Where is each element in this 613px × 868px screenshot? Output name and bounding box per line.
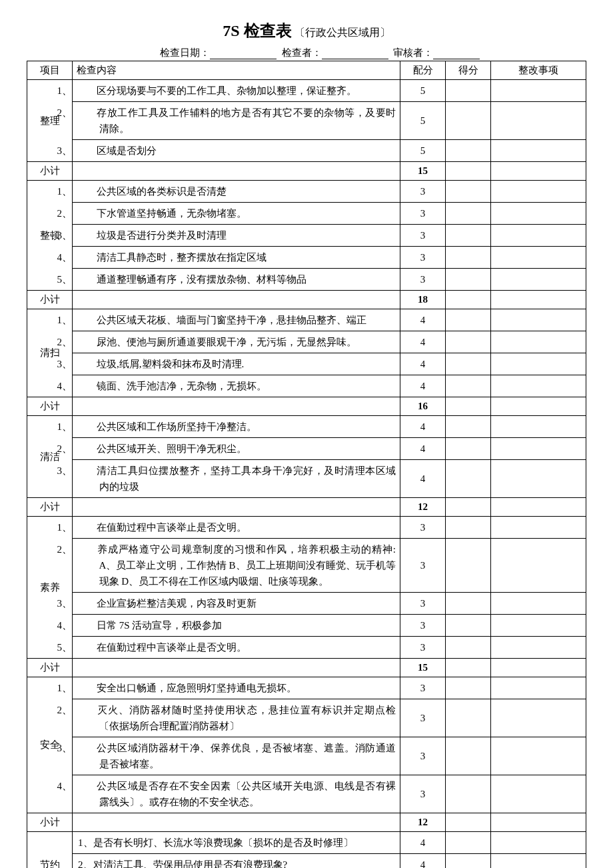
item-got[interactable] bbox=[446, 460, 491, 498]
item-fix[interactable] bbox=[491, 539, 586, 593]
subtotal-fix[interactable] bbox=[491, 162, 586, 181]
item-score: 3 bbox=[400, 637, 446, 659]
item-fix[interactable] bbox=[491, 80, 586, 102]
item-content: 2、尿池、便池与厕所通道要眼观干净，无污垢，无显然异味。 bbox=[73, 331, 400, 353]
item-got[interactable] bbox=[446, 438, 491, 460]
item-fix[interactable] bbox=[491, 775, 586, 813]
item-got[interactable] bbox=[446, 637, 491, 659]
item-got[interactable] bbox=[446, 699, 491, 737]
item-got[interactable] bbox=[446, 80, 491, 102]
subtotal-fix[interactable] bbox=[491, 397, 586, 416]
section-name: 素养 bbox=[27, 517, 73, 659]
subtotal-got[interactable] bbox=[446, 498, 491, 517]
item-got[interactable] bbox=[446, 203, 491, 225]
item-score: 5 bbox=[400, 102, 446, 140]
subtotal-row: 小计15 bbox=[27, 659, 586, 677]
item-got[interactable] bbox=[446, 593, 491, 615]
subtotal-fix[interactable] bbox=[491, 291, 586, 309]
item-got[interactable] bbox=[446, 309, 491, 331]
item-content: 1、安全出口畅通，应急照明灯坚持通电无损坏。 bbox=[73, 677, 400, 699]
item-got[interactable] bbox=[446, 416, 491, 438]
item-got[interactable] bbox=[446, 375, 491, 397]
subtotal-got[interactable] bbox=[446, 397, 491, 416]
subtotal-fix[interactable] bbox=[491, 659, 586, 677]
item-got[interactable] bbox=[446, 775, 491, 813]
item-fix[interactable] bbox=[491, 517, 586, 539]
table-row: 4、清洁工具静态时，整齐摆放在指定区域3 bbox=[27, 247, 586, 269]
item-score: 3 bbox=[400, 181, 446, 203]
item-content: 3、企业宣扬栏整洁美观，内容及时更新 bbox=[73, 593, 400, 615]
item-fix[interactable] bbox=[491, 353, 586, 375]
subtotal-got[interactable] bbox=[446, 813, 491, 832]
item-content: 5、通道整理畅通有序，没有摆放杂物、材料等物品 bbox=[73, 269, 400, 291]
item-fix[interactable] bbox=[491, 203, 586, 225]
item-fix[interactable] bbox=[491, 102, 586, 140]
item-content: 4、镜面、洗手池洁净，无杂物，无损坏。 bbox=[73, 375, 400, 397]
item-fix[interactable] bbox=[491, 737, 586, 775]
item-fix[interactable] bbox=[491, 269, 586, 291]
item-fix[interactable] bbox=[491, 854, 586, 869]
item-fix[interactable] bbox=[491, 460, 586, 498]
item-content: 3、区域是否划分 bbox=[73, 140, 400, 162]
item-fix[interactable] bbox=[491, 140, 586, 162]
item-got[interactable] bbox=[446, 331, 491, 353]
subtotal-got[interactable] bbox=[446, 291, 491, 309]
table-row: 4、日常 7S 活动宣导，积极参加3 bbox=[27, 615, 586, 637]
item-fix[interactable] bbox=[491, 416, 586, 438]
item-fix[interactable] bbox=[491, 181, 586, 203]
item-score: 4 bbox=[400, 416, 446, 438]
subtotal-content bbox=[73, 498, 400, 517]
item-fix[interactable] bbox=[491, 677, 586, 699]
item-got[interactable] bbox=[446, 102, 491, 140]
title-row: 7S 检查表 〔行政公共区域用〕 bbox=[27, 20, 586, 41]
subtotal-score: 12 bbox=[400, 498, 446, 517]
subtotal-got[interactable] bbox=[446, 162, 491, 181]
table-row: 3、企业宣扬栏整洁美观，内容及时更新3 bbox=[27, 593, 586, 615]
item-fix[interactable] bbox=[491, 309, 586, 331]
table-row: 3、垃圾,纸屑,塑料袋和抹布及时清理.4 bbox=[27, 353, 586, 375]
item-fix[interactable] bbox=[491, 615, 586, 637]
item-content: 1、在值勤过程中言谈举止是否文明。 bbox=[73, 517, 400, 539]
item-got[interactable] bbox=[446, 737, 491, 775]
subtotal-got[interactable] bbox=[446, 659, 491, 677]
meta-checker-blank[interactable] bbox=[322, 47, 388, 59]
table-row: 2、公共区域开关、照明干净无积尘。4 bbox=[27, 438, 586, 460]
item-fix[interactable] bbox=[491, 438, 586, 460]
item-fix[interactable] bbox=[491, 832, 586, 854]
item-got[interactable] bbox=[446, 677, 491, 699]
meta-reviewer-blank[interactable] bbox=[433, 47, 480, 59]
table-row: 3、区域是否划分5 bbox=[27, 140, 586, 162]
item-got[interactable] bbox=[446, 539, 491, 593]
item-score: 3 bbox=[400, 225, 446, 247]
subtotal-label: 小计 bbox=[27, 397, 73, 416]
item-fix[interactable] bbox=[491, 637, 586, 659]
item-got[interactable] bbox=[446, 615, 491, 637]
item-score: 3 bbox=[400, 775, 446, 813]
item-got[interactable] bbox=[446, 269, 491, 291]
table-row: 3、垃圾是否进行分类并及时清理3 bbox=[27, 225, 586, 247]
item-got[interactable] bbox=[446, 247, 491, 269]
item-fix[interactable] bbox=[491, 247, 586, 269]
subtotal-fix[interactable] bbox=[491, 813, 586, 832]
item-got[interactable] bbox=[446, 225, 491, 247]
item-score: 3 bbox=[400, 203, 446, 225]
item-got[interactable] bbox=[446, 517, 491, 539]
item-got[interactable] bbox=[446, 832, 491, 854]
item-fix[interactable] bbox=[491, 225, 586, 247]
header-fix: 整改事项 bbox=[491, 61, 586, 80]
subtotal-fix[interactable] bbox=[491, 498, 586, 517]
meta-date-blank[interactable] bbox=[210, 47, 277, 59]
subtotal-content bbox=[73, 813, 400, 832]
item-fix[interactable] bbox=[491, 331, 586, 353]
subtotal-score: 12 bbox=[400, 813, 446, 832]
item-score: 4 bbox=[400, 375, 446, 397]
table-row: 5、通道整理畅通有序，没有摆放杂物、材料等物品3 bbox=[27, 269, 586, 291]
item-content: 2、养成严格遵守公司规章制度的习惯和作风，培养积极主动的精神: A、员工举止文明… bbox=[73, 539, 400, 593]
item-got[interactable] bbox=[446, 140, 491, 162]
item-fix[interactable] bbox=[491, 375, 586, 397]
item-fix[interactable] bbox=[491, 699, 586, 737]
item-fix[interactable] bbox=[491, 593, 586, 615]
item-got[interactable] bbox=[446, 854, 491, 869]
item-got[interactable] bbox=[446, 181, 491, 203]
item-got[interactable] bbox=[446, 353, 491, 375]
